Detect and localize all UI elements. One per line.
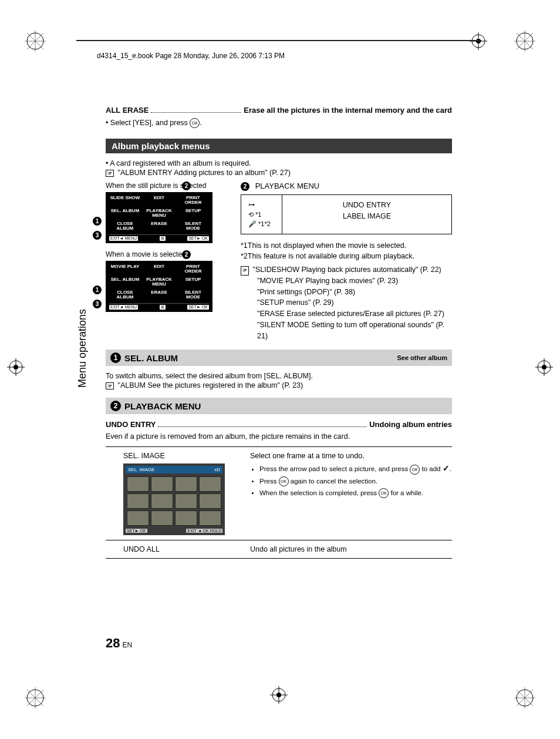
registration-mark-icon xyxy=(7,358,25,376)
sel-album-text: To switch albums, select the desired alb… xyxy=(106,372,452,380)
ok-button-icon: OK xyxy=(279,476,289,486)
crop-mark-icon xyxy=(513,29,537,53)
callout-3: 3 xyxy=(93,300,102,308)
sel-image-label: SEL. IMAGE xyxy=(123,452,241,460)
all-erase-label: ALL ERASE xyxy=(106,106,149,115)
footnotes: *1This is not displayed when the movie i… xyxy=(241,240,452,263)
registration-mark-icon xyxy=(535,358,553,376)
undo-entry-note: Even if a picture is removed from an alb… xyxy=(106,432,452,441)
playback-menu-label: 2 PLAYBACK MENU xyxy=(241,182,452,191)
page-number: 28EN xyxy=(106,636,132,651)
registration-mark-icon xyxy=(270,686,288,704)
callout-1: 1 xyxy=(93,285,102,294)
pointer-icon: ☞ xyxy=(106,382,114,389)
ok-button-icon: OK xyxy=(190,118,200,128)
sel-image-step-1: Press the arrow pad to select a picture,… xyxy=(259,463,452,474)
ok-button-icon: OK xyxy=(379,488,389,498)
lcd-sel-image: SEL. IMAGExD SET► OKEXIT ◄ OK HOLD xyxy=(123,463,225,535)
all-erase-heading: ALL ERASE Erase all the pictures in the … xyxy=(106,106,452,115)
undo-all-desc: Undo all pictures in the album xyxy=(250,545,452,553)
sel-album-ref: ☞ "ALBUM See the pictures registered in … xyxy=(106,381,452,389)
pointer-icon: ☞ xyxy=(106,170,114,177)
callout-2: 2 xyxy=(182,250,191,259)
section-album-playback: Album playback menus xyxy=(106,139,452,153)
section-sel-album: 1 SEL. ALBUM See other album xyxy=(106,350,452,366)
all-erase-step: Select [YES], and press OK. xyxy=(106,118,452,128)
undo-all-label: UNDO ALL xyxy=(106,545,241,553)
cross-references: ☞ "SLIDESHOW Playing back pictures autom… xyxy=(241,264,452,341)
all-erase-desc: Erase all the pictures in the internal m… xyxy=(244,106,452,115)
callout-2-icon: 2 xyxy=(241,182,249,191)
rotate-icon: ⟲ *1 xyxy=(248,210,275,220)
playback-menu-box: ⊶ ⟲ *1 🎤 *1*2 UNDO ENTRY LABEL IMAGE xyxy=(241,194,452,234)
sel-image-desc: Select one frame at a time to undo. xyxy=(250,452,452,460)
callout-1: 1 xyxy=(93,217,102,226)
album-note: • A card registered with an album is req… xyxy=(106,159,452,167)
menu-diagram-still: SLIDE SHOW EDIT PRINT ORDER SEL. ALBUM P… xyxy=(106,192,212,243)
caption-still: When the still picture is selected xyxy=(106,182,229,190)
ok-button-icon: OK xyxy=(410,465,420,475)
callout-2: 2 xyxy=(182,182,191,190)
protect-icon: ⊶ xyxy=(248,200,275,210)
sel-image-step-2: Press OK again to cancel the selection. xyxy=(259,476,452,486)
crop-mark-icon xyxy=(23,29,47,53)
caption-movie: When a movie is selected xyxy=(106,250,229,258)
header-rule xyxy=(76,40,481,41)
sel-image-step-3: When the selection is completed, press O… xyxy=(259,488,452,498)
voice-icon: 🎤 *1*2 xyxy=(248,219,275,229)
checkmark-icon: ✓ xyxy=(443,463,450,473)
pointer-icon: ☞ xyxy=(241,266,249,276)
crop-mark-icon xyxy=(23,686,47,710)
undo-options-table: SEL. IMAGE SEL. IMAGExD SET► OKEXIT ◄ OK… xyxy=(106,446,452,559)
document-header: d4314_15_e.book Page 28 Monday, June 26,… xyxy=(97,52,285,60)
registration-mark-icon xyxy=(470,32,487,50)
callout-2-icon: 2 xyxy=(110,401,121,411)
section-playback-menu: 2 PLAYBACK MENU xyxy=(106,398,452,414)
callout-3: 3 xyxy=(93,231,102,240)
undo-entry-heading: UNDO ENTRY Undoing album entries xyxy=(106,420,452,429)
callout-1-icon: 1 xyxy=(110,352,121,363)
section-tab: Menu operations xyxy=(76,309,89,388)
crop-mark-icon xyxy=(513,686,537,710)
album-ref: ☞ "ALBUM ENTRY Adding pictures to an alb… xyxy=(106,169,452,177)
menu-diagram-movie: MOVIE PLAY EDIT PRINT ORDER SEL. ALBUM P… xyxy=(106,261,212,312)
